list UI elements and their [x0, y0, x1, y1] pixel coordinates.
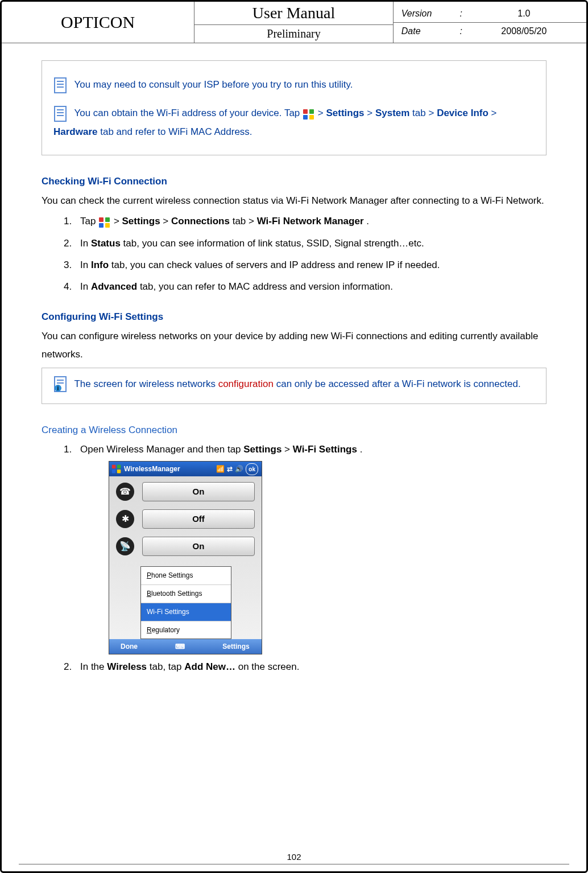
text: tab >: [412, 108, 437, 118]
bold-text: Advanced: [91, 281, 137, 292]
svg-text:i: i: [57, 385, 59, 392]
wifi-icon: 📡: [116, 537, 134, 555]
done-button[interactable]: Done: [109, 640, 149, 653]
speaker-icon: 🔊: [235, 463, 243, 476]
text: tab, tap: [150, 661, 184, 672]
sep: >: [163, 216, 171, 227]
note-box-2: i The screen for wireless networks confi…: [42, 368, 546, 404]
screenshot-titlebar: WirelessManager 📶 ⇄ 🔊 ok: [109, 462, 262, 476]
menu-wifi-settings[interactable]: Wi-Fi Settings: [141, 603, 231, 621]
wifi-toggle[interactable]: On: [142, 537, 255, 556]
phone-toggle[interactable]: On: [142, 482, 255, 501]
text: In the: [80, 661, 107, 672]
hardware-label: Hardware: [53, 126, 97, 137]
menu-phone-settings[interactable]: PPhone Settingshone Settings: [141, 567, 231, 585]
sep: >: [491, 108, 497, 118]
start-icon: [303, 108, 315, 120]
note-text: You may need to consult your ISP before …: [74, 79, 353, 90]
date-row: Date : 2008/05/20: [394, 23, 586, 40]
step-2b: In the Wireless tab, tap Add New… on the…: [74, 658, 546, 676]
date-label: Date: [401, 26, 453, 36]
heading-create: Creating a Wireless Connection: [42, 421, 546, 439]
svg-rect-10: [303, 115, 308, 120]
note-alert-icon: i: [53, 376, 68, 393]
steps-list-2: Open Wireless Manager and then tap Setti…: [42, 440, 546, 677]
bluetooth-toggle[interactable]: Off: [142, 509, 255, 529]
bold-text: Wi-Fi Settings: [293, 444, 357, 455]
version-row: Version : 1.0: [394, 5, 586, 23]
text: can only be accessed after a Wi-Fi netwo…: [276, 378, 521, 389]
svg-rect-4: [55, 106, 66, 121]
text: .: [366, 216, 369, 227]
svg-rect-9: [309, 109, 314, 114]
start-icon: [111, 464, 122, 473]
text: Tap: [80, 216, 98, 227]
bold-text: Add New…: [184, 661, 235, 672]
brand-name: OPTICON: [2, 2, 194, 43]
note-icon: [53, 77, 68, 94]
date-value: 2008/05/20: [470, 26, 578, 36]
phone-icon: ☎: [116, 483, 134, 501]
settings-menu: PPhone Settingshone Settings Bluetooth S…: [140, 566, 231, 639]
screenshot-title: WirelessManager: [124, 463, 180, 476]
svg-rect-24: [117, 470, 121, 473]
signal-icon: 📶: [216, 463, 225, 476]
text: In: [80, 281, 91, 292]
svg-rect-22: [117, 465, 121, 469]
steps-list-1: Tap > Settings > Connections tab > Wi-Fi…: [42, 212, 546, 296]
heading-checking: Checking Wi-Fi Connection: [42, 172, 546, 191]
system-label: System: [375, 108, 409, 118]
screenshot-body: ☎ On ✱ Off 📡 On: [109, 476, 262, 570]
text: tab >: [233, 216, 257, 227]
svg-rect-0: [55, 78, 66, 93]
note-box-1: You may need to consult your ISP before …: [42, 60, 546, 155]
text: In: [80, 238, 91, 249]
red-text: configuration: [218, 378, 274, 389]
menu-bluetooth-settings[interactable]: Bluetooth Settings: [141, 585, 231, 603]
svg-rect-8: [303, 109, 308, 114]
keyboard-icon[interactable]: ⌨: [149, 640, 210, 653]
title-block: User Manual Preliminary: [194, 2, 394, 43]
colon: :: [453, 9, 470, 19]
colon: :: [453, 26, 470, 36]
bold-text: Settings: [243, 444, 281, 455]
sep: >: [284, 444, 293, 455]
text: In: [80, 260, 91, 270]
svg-rect-14: [99, 223, 103, 228]
ok-button[interactable]: ok: [246, 463, 258, 475]
bold-text: Wireless: [107, 661, 147, 672]
settings-button[interactable]: Settings: [210, 640, 262, 653]
connection-icon: ⇄: [227, 463, 233, 476]
screenshot-bottombar: Done ⌨ Settings: [109, 639, 262, 654]
heading-configure: Configuring Wi-Fi Settings: [42, 308, 546, 326]
bold-text: Info: [91, 260, 109, 270]
step-1b: Open Wireless Manager and then tap Setti…: [74, 440, 546, 654]
bold-text: Status: [91, 238, 121, 249]
note-line-1: You may need to consult your ISP before …: [53, 76, 535, 94]
start-icon: [98, 216, 111, 228]
intro-para: You can check the current wireless conne…: [42, 192, 546, 210]
meta-block: Version : 1.0 Date : 2008/05/20: [394, 2, 586, 43]
sep: >: [318, 108, 326, 118]
page: OPTICON User Manual Preliminary Version …: [0, 0, 588, 873]
settings-label: Settings: [326, 108, 364, 118]
step-4: In Advanced tab, you can refer to MAC ad…: [74, 278, 546, 296]
text: Open Wireless Manager and then tap: [80, 444, 243, 455]
bluetooth-row: ✱ Off: [116, 509, 255, 529]
version-value: 1.0: [470, 9, 578, 19]
menu-regulatory[interactable]: Regulatory: [141, 621, 231, 639]
note-line-2: You can obtain the Wi-Fi address of your…: [53, 104, 535, 141]
sep: >: [367, 108, 375, 118]
bold-text: Settings: [122, 216, 160, 227]
text: The screen for wireless networks: [74, 378, 218, 389]
text: tab, you can see information of link sta…: [123, 238, 424, 249]
step-2: In Status tab, you can see information o…: [74, 234, 546, 253]
text: .: [360, 444, 363, 455]
page-number: 102: [2, 852, 586, 862]
page-footer: 102: [2, 852, 586, 864]
svg-rect-15: [105, 223, 110, 228]
svg-rect-21: [112, 465, 116, 469]
sep: >: [114, 216, 122, 227]
doc-subtitle: Preliminary: [267, 25, 320, 43]
intro-para-2: You can configure wireless networks on y…: [42, 327, 546, 364]
